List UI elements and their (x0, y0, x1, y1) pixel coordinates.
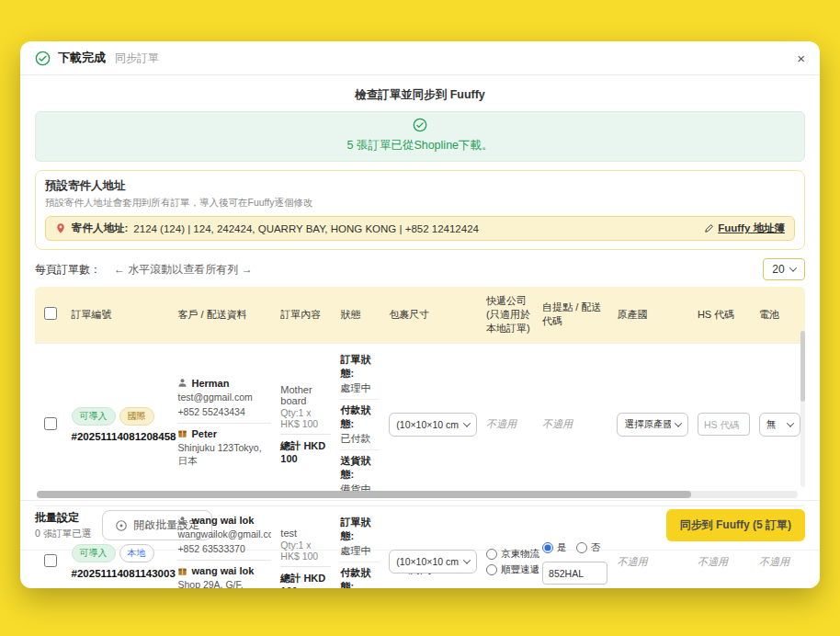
radio-button[interactable] (486, 564, 497, 575)
row-checkbox[interactable] (44, 554, 57, 567)
tag-importable: 可導入 (72, 407, 116, 426)
divider (280, 566, 331, 567)
table-controls: 每頁訂單數： ← 水平滾動以查看所有列 → 20 (35, 258, 805, 280)
order-number: #20251114081208458 (72, 431, 169, 442)
person-icon (177, 516, 187, 526)
order-tags: 可導入 本地 (72, 544, 169, 562)
sender-address-bar: 寄件人地址: 2124 (124) | 124, 242424, QUARRY … (45, 216, 795, 241)
col-customer: 客戶 / 配送資料 (173, 287, 276, 343)
contact-name: wang wai lok (177, 515, 271, 526)
pickup-no-radio[interactable]: 否 (576, 541, 601, 554)
courier-not-applicable: 不適用 (486, 418, 516, 429)
pickup-yes-radio[interactable]: 是 (542, 541, 567, 554)
sender-address-value: 2124 (124) | 124, 242424, QUARRY BAY, HO… (133, 223, 479, 234)
product-name: Mother board (280, 384, 331, 406)
row-checkbox[interactable] (44, 417, 57, 430)
contact-name: Herman (177, 378, 271, 389)
chevron-down-icon (787, 419, 794, 426)
close-icon[interactable]: × (797, 51, 805, 65)
origin-country-select[interactable]: 選擇原產國 (617, 413, 687, 437)
order-total: 總計 HKD 100 (280, 572, 331, 588)
chevron-down-icon (463, 556, 471, 563)
vertical-scrollbar[interactable] (800, 331, 805, 487)
order-number: #20251114081143003 (72, 568, 169, 579)
recipient-phone: +81 424241414 (177, 469, 271, 471)
package-icon (177, 566, 187, 576)
recipient-name: wang wai lok (177, 565, 271, 576)
status-payment: 付款狀態: 已付款 (340, 399, 380, 449)
person-icon (177, 378, 187, 388)
scroll-hint: ← 水平滾動以查看所有列 → (114, 262, 253, 278)
radio-button[interactable] (542, 542, 553, 553)
horizontal-scrollbar-thumb[interactable] (37, 491, 691, 498)
sender-address-section: 預設寄件人地址 預設寄件人地址會套用到所有訂單，導入後可在Fuuffy逐個修改 … (35, 170, 805, 250)
chevron-down-icon (789, 264, 796, 271)
vertical-scrollbar-thumb[interactable] (800, 331, 805, 402)
success-banner: 5 張訂單已從Shopline下載。 (35, 111, 805, 162)
modal-header: 下載完成 同步訂單 × (20, 41, 820, 75)
check-circle-icon (35, 51, 51, 66)
col-order-no: 訂單編號 (67, 287, 174, 343)
edit-pencil-icon (704, 223, 714, 233)
table-row: 可導入 國際 #20251114081208458 (35, 343, 805, 505)
chevron-down-icon (675, 419, 682, 426)
modal-subtitle: 同步訂單 (115, 51, 159, 66)
per-page-label: 每頁訂單數： (35, 262, 101, 278)
courier-option-jd[interactable]: 京東物流 (486, 548, 533, 561)
order-total: 總計 HKD 100 (280, 439, 331, 464)
order-tags: 可導入 國際 (72, 407, 169, 426)
table-header-row: 訂單編號 客戶 / 配送資料 訂單內容 狀態 包裹尺寸 快遞公司 (只適用於 本… (35, 287, 805, 343)
select-all-checkbox[interactable] (44, 307, 57, 320)
hs-code-input[interactable] (698, 413, 750, 436)
address-book-link-label: Fuuffy 地址簿 (718, 221, 785, 235)
battery-select[interactable]: 無 (759, 413, 800, 437)
radio-button[interactable] (486, 549, 497, 560)
pickup-not-applicable: 不適用 (542, 418, 573, 429)
banner-message: 5 張訂單已從Shopline下載。 (36, 138, 804, 153)
address-book-link[interactable]: Fuuffy 地址簿 (704, 221, 785, 235)
pickup-code-input[interactable] (542, 562, 607, 585)
package-icon (177, 428, 187, 438)
col-status: 狀態 (335, 287, 384, 343)
product-qty: Qty:1 x HK$ 100 (280, 539, 331, 562)
map-pin-icon (55, 222, 66, 234)
per-page-select[interactable]: 20 (763, 258, 805, 280)
contact-email: wangwailok@gmail.com (177, 528, 271, 540)
orders-table-zone: 訂單編號 客戶 / 配送資料 訂單內容 狀態 包裹尺寸 快遞公司 (只適用於 本… (35, 287, 805, 500)
divider (177, 423, 271, 424)
col-courier: 快遞公司 (只適用於 本地訂單) (482, 287, 538, 343)
contact-phone: +852 63533370 (177, 542, 271, 555)
modal-body: 檢查訂單並同步到 Fuuffy 5 張訂單已從Shopline下載。 預設寄件人… (20, 75, 820, 500)
radio-button[interactable] (576, 542, 587, 553)
recipient-address: Shinjuku 123Tokyo, 日本 (177, 441, 271, 467)
origin-not-applicable: 不適用 (617, 556, 647, 567)
chevron-down-icon (463, 419, 471, 426)
battery-not-applicable: 不適用 (759, 556, 789, 567)
contact-phone: +852 55243434 (177, 405, 271, 418)
sync-orders-modal: 下載完成 同步訂單 × 檢查訂單並同步到 Fuuffy 5 張訂單已從Shopl… (20, 41, 820, 588)
page-title: 檢查訂單並同步到 Fuuffy (35, 87, 805, 103)
horizontal-scrollbar[interactable] (37, 491, 798, 498)
parcel-size-select[interactable]: (10×10×10 cm, 12 k (389, 413, 477, 437)
status-order: 訂單狀態: 處理中 (340, 512, 380, 562)
contact-email: test@ggmail.com (177, 391, 271, 403)
col-content: 訂單內容 (276, 287, 335, 343)
table-row: 可導入 本地 #20251114081143003 (35, 505, 805, 588)
tag-importable: 可導入 (72, 544, 116, 562)
divider (177, 560, 271, 561)
tag-international: 國際 (119, 407, 154, 426)
parcel-size-select[interactable]: (10×10×10 cm, 12 k (389, 550, 477, 574)
recipient-address: Shop 29A, G/F, Tropicana Gardens, 110 Lu… (177, 578, 271, 588)
col-origin: 原產國 (612, 287, 692, 343)
status-order: 訂單狀態: 處理中 (340, 349, 380, 399)
sender-address-label: 寄件人地址: (72, 221, 128, 235)
product-name: test (280, 528, 331, 539)
hs-not-applicable: 不適用 (698, 556, 728, 567)
sender-section-title: 預設寄件人地址 (45, 178, 795, 194)
product-qty: Qty:1 x HK$ 100 (280, 407, 331, 429)
courier-option-sf[interactable]: 順豐速遞 (486, 563, 533, 576)
per-page-value: 20 (772, 263, 784, 276)
col-parcel-size: 包裹尺寸 (384, 287, 482, 343)
sender-section-subtitle: 預設寄件人地址會套用到所有訂單，導入後可在Fuuffy逐個修改 (45, 197, 795, 210)
col-hs-code: HS 代碼 (693, 287, 755, 343)
